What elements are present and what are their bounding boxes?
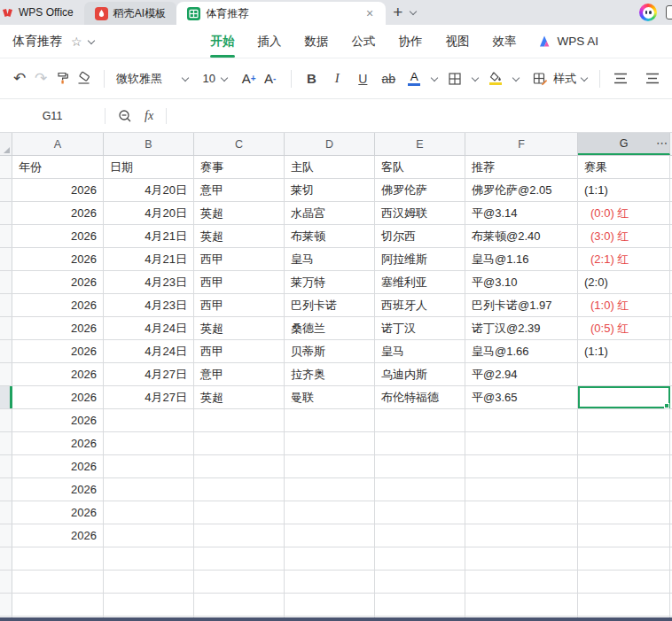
cell-year[interactable]: 2026 bbox=[12, 202, 104, 224]
cell[interactable] bbox=[375, 432, 465, 454]
header-cell[interactable]: 赛果 bbox=[578, 156, 670, 178]
cell-style-chevron-icon[interactable] bbox=[581, 75, 588, 82]
cell-year[interactable]: 2026 bbox=[12, 225, 104, 247]
font-name-select[interactable]: 微软雅黑 bbox=[116, 71, 178, 87]
cell-result[interactable]: (3:0) 红 bbox=[578, 225, 670, 247]
cell-away[interactable]: 诺丁汉 bbox=[375, 317, 465, 339]
decrease-font-button[interactable]: A- bbox=[262, 67, 279, 90]
cell-away[interactable]: 西班牙人 bbox=[375, 294, 465, 316]
title-chevron-icon[interactable] bbox=[88, 38, 95, 45]
cell-league[interactable]: 英超 bbox=[194, 386, 285, 408]
header-cell[interactable]: 主队 bbox=[285, 156, 375, 178]
column-header-E[interactable]: E bbox=[375, 133, 465, 155]
cell[interactable] bbox=[578, 409, 670, 431]
cell-year[interactable]: 2026 bbox=[12, 317, 104, 339]
cell[interactable] bbox=[465, 432, 578, 454]
menu-item-2[interactable]: 插入 bbox=[246, 25, 293, 58]
borders-icon[interactable] bbox=[446, 67, 464, 90]
cell[interactable] bbox=[578, 455, 670, 477]
cell[interactable] bbox=[285, 478, 375, 501]
cell-year[interactable]: 2026 bbox=[12, 363, 104, 385]
cell-year[interactable]: 2026 bbox=[12, 501, 104, 524]
cell-date[interactable]: 4月21日 bbox=[104, 225, 194, 247]
cell-home[interactable]: 莱切 bbox=[285, 179, 375, 201]
cell-home[interactable]: 拉齐奥 bbox=[285, 363, 375, 385]
fill-color-chevron-icon[interactable] bbox=[512, 75, 520, 82]
cell[interactable] bbox=[465, 571, 578, 593]
cell-date[interactable]: 4月24日 bbox=[104, 317, 194, 339]
cell-style-icon[interactable] bbox=[531, 67, 549, 90]
row-header[interactable] bbox=[0, 594, 12, 616]
row-header[interactable] bbox=[0, 409, 12, 431]
cell-year[interactable]: 2026 bbox=[12, 409, 104, 431]
cell[interactable] bbox=[104, 524, 194, 547]
header-cell[interactable]: 年份 bbox=[12, 156, 104, 178]
row-header[interactable] bbox=[0, 248, 12, 270]
cell[interactable] bbox=[194, 594, 285, 616]
cell[interactable] bbox=[285, 432, 375, 454]
cell-tip[interactable]: 平@3.65 bbox=[465, 386, 578, 408]
cell[interactable] bbox=[578, 478, 670, 501]
cell-tip[interactable]: 平@2.94 bbox=[465, 363, 578, 385]
row-header[interactable] bbox=[0, 455, 12, 477]
eraser-icon[interactable] bbox=[74, 67, 92, 90]
cell-league[interactable]: 英超 bbox=[194, 317, 285, 339]
cell-result[interactable] bbox=[578, 363, 670, 385]
cell[interactable] bbox=[104, 594, 194, 616]
cell[interactable] bbox=[375, 409, 465, 431]
cell-year[interactable]: 2026 bbox=[12, 478, 104, 501]
cell-tip[interactable]: 布莱顿@2.40 bbox=[465, 225, 578, 247]
cell[interactable] bbox=[285, 547, 375, 570]
cell[interactable] bbox=[12, 594, 104, 616]
tab-wps-office[interactable]: WPS Office bbox=[0, 0, 84, 25]
cell-year[interactable]: 2026 bbox=[12, 455, 104, 477]
menu-item-6[interactable]: 视图 bbox=[434, 25, 481, 58]
cell[interactable] bbox=[465, 409, 578, 431]
cell-away[interactable]: 乌迪内斯 bbox=[375, 363, 465, 385]
menu-item-7[interactable]: 效率 bbox=[481, 25, 528, 58]
cell[interactable] bbox=[285, 524, 375, 547]
cell-result[interactable]: (1:1) bbox=[578, 340, 670, 362]
cell-year[interactable]: 2026 bbox=[12, 248, 104, 270]
favorite-star-icon[interactable]: ☆ bbox=[71, 35, 82, 49]
cell-tip[interactable]: 诺丁汉@2.39 bbox=[465, 317, 578, 339]
increase-font-button[interactable]: A+ bbox=[240, 67, 258, 90]
row-header[interactable] bbox=[0, 294, 12, 316]
cell-league[interactable]: 意甲 bbox=[194, 363, 285, 385]
header-cell[interactable]: 赛事 bbox=[194, 156, 285, 178]
cell[interactable] bbox=[104, 571, 194, 593]
strikethrough-button[interactable]: ab bbox=[379, 67, 397, 90]
menu-item-5[interactable]: 协作 bbox=[387, 25, 434, 58]
cell[interactable] bbox=[375, 501, 465, 524]
cell[interactable] bbox=[465, 547, 578, 570]
cell[interactable] bbox=[104, 478, 194, 501]
cell-league[interactable]: 意甲 bbox=[194, 179, 285, 201]
cell-date[interactable]: 4月20日 bbox=[104, 179, 194, 201]
cell[interactable] bbox=[12, 547, 104, 570]
row-header[interactable] bbox=[0, 478, 12, 501]
formula-input[interactable] bbox=[167, 99, 672, 132]
fill-handle[interactable] bbox=[664, 403, 669, 408]
borders-chevron-icon[interactable] bbox=[472, 75, 479, 82]
cell-home[interactable]: 皇马 bbox=[285, 248, 375, 270]
row-header[interactable] bbox=[0, 340, 12, 362]
cell-home[interactable]: 莱万特 bbox=[285, 271, 375, 293]
cell[interactable] bbox=[285, 571, 375, 593]
cell-date[interactable]: 4月20日 bbox=[104, 202, 194, 224]
cell-tip[interactable]: 巴列卡诺@1.97 bbox=[465, 294, 578, 316]
align-top-icon[interactable] bbox=[612, 67, 629, 90]
select-all-corner[interactable] bbox=[0, 133, 12, 155]
cell[interactable] bbox=[194, 455, 285, 477]
italic-button[interactable]: I bbox=[328, 67, 346, 90]
font-color-button[interactable]: A bbox=[405, 67, 423, 90]
cell-result[interactable]: (0:5) 红 bbox=[578, 317, 670, 339]
cell-date[interactable]: 4月24日 bbox=[104, 340, 194, 362]
cell-home[interactable]: 贝蒂斯 bbox=[285, 340, 375, 362]
cell[interactable] bbox=[104, 455, 194, 477]
cell[interactable] bbox=[194, 409, 285, 431]
cell-year[interactable]: 2026 bbox=[12, 340, 104, 362]
cell-date[interactable]: 4月21日 bbox=[104, 248, 194, 270]
row-header[interactable] bbox=[0, 432, 12, 454]
cell-tip[interactable]: 皇马@1.66 bbox=[465, 340, 578, 362]
cell[interactable] bbox=[465, 594, 578, 616]
